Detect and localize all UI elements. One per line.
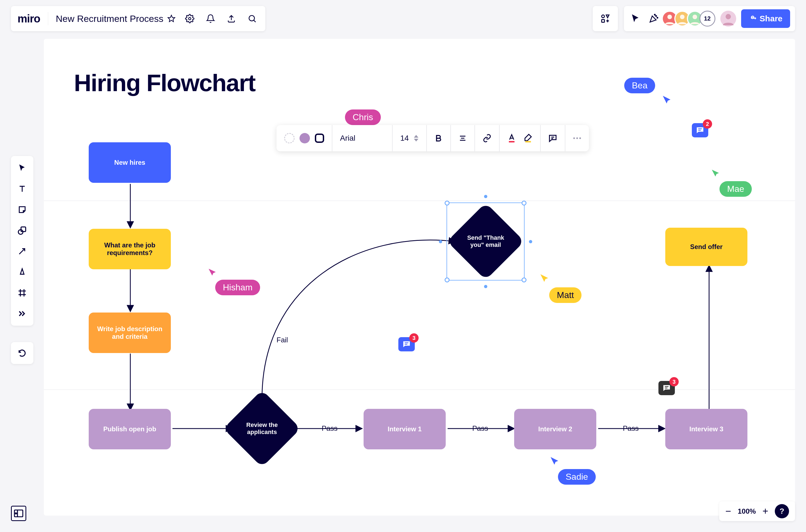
cursor-icon <box>540 274 551 285</box>
confetti-icon[interactable] <box>647 12 660 25</box>
node-label: What are the job requirements? <box>94 241 166 257</box>
edge-label: Pass <box>623 424 639 433</box>
svg-point-11 <box>657 17 658 18</box>
node-write-jd[interactable]: Write job description and criteria <box>89 312 171 353</box>
text-color-group <box>500 125 541 151</box>
svg-marker-6 <box>606 15 609 18</box>
resize-handle[interactable] <box>522 201 526 206</box>
help-button[interactable]: ? <box>775 504 789 518</box>
select-tool[interactable] <box>16 162 29 175</box>
node-label: Interview 3 <box>689 425 723 433</box>
sticky-tool[interactable] <box>16 203 29 216</box>
add-app-icon[interactable] <box>599 12 612 25</box>
node-interview-2[interactable]: Interview 2 <box>514 409 596 449</box>
cursor-tag-hisham: Hisham <box>215 280 260 295</box>
collaborator-avatars[interactable]: 12 <box>665 11 715 26</box>
svg-line-4 <box>254 20 256 22</box>
zoom-out[interactable]: − <box>725 506 731 517</box>
zoom-level[interactable]: 100% <box>737 507 756 516</box>
svg-point-15 <box>692 15 697 19</box>
node-label: Publish open job <box>103 425 156 433</box>
board-title-text: New Recruitment Process <box>56 14 164 24</box>
resize-handle[interactable] <box>445 278 450 282</box>
pen-tool[interactable] <box>16 265 29 279</box>
node-requirements[interactable]: What are the job requirements? <box>89 229 171 269</box>
more-tools[interactable] <box>16 307 29 320</box>
undo-button[interactable] <box>16 346 29 360</box>
frame-panel-toggle[interactable] <box>11 506 26 521</box>
grid-line <box>44 389 795 390</box>
board-title[interactable]: New Recruitment Process <box>56 14 175 24</box>
node-interview-3[interactable]: Interview 3 <box>665 409 747 449</box>
share-button[interactable]: Share <box>741 9 790 28</box>
bell-icon[interactable] <box>204 12 217 25</box>
svg-point-57 <box>15 513 16 514</box>
cursor-icon <box>663 96 674 107</box>
resize-handle[interactable] <box>445 201 450 206</box>
shape-tool[interactable] <box>16 224 29 237</box>
connector-handle[interactable] <box>439 240 442 243</box>
text-tool[interactable] <box>16 182 29 195</box>
link-button[interactable] <box>475 125 500 151</box>
comment-bubble[interactable]: 2 <box>692 123 708 137</box>
svg-point-53 <box>576 137 578 139</box>
fill-swatch[interactable] <box>300 133 310 144</box>
comment-bubble[interactable]: 3 <box>658 381 675 395</box>
text-color-button[interactable] <box>507 133 516 143</box>
frame-tool[interactable] <box>16 286 29 299</box>
comment-bubble[interactable]: 3 <box>398 337 415 352</box>
star-icon[interactable] <box>167 15 175 23</box>
svg-rect-49 <box>525 141 531 142</box>
arrow-tool[interactable] <box>16 245 29 258</box>
comment-button[interactable] <box>541 125 565 151</box>
svg-rect-48 <box>509 141 515 142</box>
svg-point-1 <box>188 18 191 20</box>
node-new-hires[interactable]: New hires <box>89 142 171 183</box>
svg-point-13 <box>667 15 672 19</box>
cursor-icon <box>209 269 219 279</box>
divider <box>48 12 48 25</box>
node-interview-1[interactable]: Interview 1 <box>363 409 446 449</box>
highlight-button[interactable] <box>524 133 532 143</box>
canvas[interactable]: Hiring Flowchart New hires What are the … <box>44 39 795 516</box>
cursor-icon <box>712 170 722 180</box>
avatar-overflow[interactable]: 12 <box>699 11 715 26</box>
cursor-icon[interactable] <box>629 12 642 25</box>
connector-handle[interactable] <box>529 240 532 243</box>
comment-count: 3 <box>669 377 679 386</box>
undo-panel <box>11 342 33 364</box>
svg-line-24 <box>19 249 25 254</box>
svg-point-5 <box>601 15 604 18</box>
board-header: miro New Recruitment Process <box>11 6 265 31</box>
selection-box[interactable] <box>447 203 525 281</box>
resize-handle[interactable] <box>522 278 526 282</box>
font-name: Arial <box>340 134 355 142</box>
font-size-value: 14 <box>400 134 409 142</box>
border-swatch[interactable] <box>315 134 324 143</box>
node-publish[interactable]: Publish open job <box>89 409 171 449</box>
self-avatar[interactable] <box>720 11 736 26</box>
rotate-handle[interactable] <box>484 195 487 198</box>
zoom-in[interactable]: + <box>763 506 768 517</box>
no-fill-swatch[interactable] <box>284 133 295 144</box>
svg-point-54 <box>579 137 581 139</box>
cursor-tag-matt: Matt <box>549 287 581 303</box>
shape-style[interactable] <box>277 125 332 151</box>
more-options[interactable] <box>565 125 589 151</box>
settings-icon[interactable] <box>183 12 196 25</box>
node-send-offer[interactable]: Send offer <box>665 228 747 266</box>
node-label: Interview 1 <box>388 425 421 433</box>
export-icon[interactable] <box>225 12 238 25</box>
node-review[interactable]: Review the applicants <box>235 401 289 456</box>
font-family[interactable]: Arial <box>332 125 393 151</box>
edge-label: Pass <box>322 424 338 433</box>
align-button[interactable] <box>451 125 475 151</box>
stepper-icon[interactable] <box>414 135 418 141</box>
connector-handle[interactable] <box>484 285 487 288</box>
top-right-controls: 12 Share <box>593 6 795 31</box>
search-icon[interactable] <box>246 12 259 25</box>
font-size[interactable]: 14 <box>393 125 427 151</box>
svg-point-3 <box>249 16 254 21</box>
diagram-title[interactable]: Hiring Flowchart <box>74 69 255 97</box>
bold-button[interactable] <box>427 125 451 151</box>
